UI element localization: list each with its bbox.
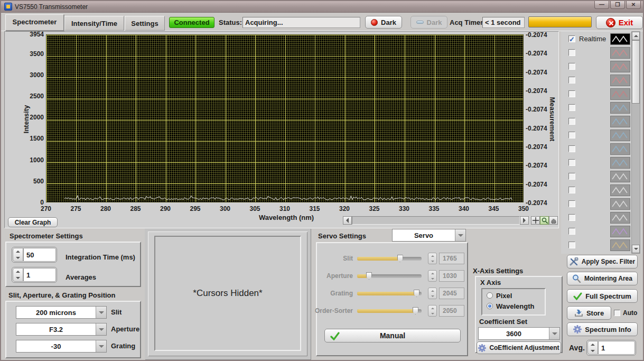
slit-position-dropdown[interactable]: 200 microns	[16, 306, 107, 319]
trace-visible-checkbox[interactable]	[568, 200, 575, 207]
trace-visible-checkbox[interactable]	[568, 187, 575, 193]
order-sorter-slider-label: Order-Sorter	[315, 307, 353, 314]
trace-visible-checkbox[interactable]	[568, 90, 575, 97]
waveform-icon[interactable]	[610, 239, 630, 251]
auto-checkbox[interactable]	[614, 310, 620, 316]
zoom-tool-button[interactable]	[540, 216, 549, 225]
chevron-down-icon[interactable]	[96, 323, 106, 335]
exit-button[interactable]: Exit	[596, 16, 643, 29]
grating-slider[interactable]	[357, 292, 422, 295]
slit-value[interactable]: 1765	[439, 253, 464, 264]
avg-value[interactable]: 1	[598, 341, 635, 355]
legend-scrollbar[interactable]	[631, 31, 640, 254]
scroll-right-button[interactable]	[520, 216, 529, 225]
mointering-area-button[interactable]: Mointering Area	[567, 272, 638, 285]
waveform-icon[interactable]	[610, 157, 630, 169]
trace-visible-checkbox[interactable]	[568, 214, 575, 221]
slit-spin-arrows[interactable]	[428, 253, 437, 264]
waveform-icon[interactable]	[610, 75, 630, 86]
waveform-icon[interactable]	[610, 61, 630, 72]
servo-mode-dropdown[interactable]: Servo	[392, 229, 466, 242]
waveform-icon[interactable]	[610, 226, 630, 237]
cursor-tool-button[interactable]	[531, 216, 540, 225]
waveform-icon[interactable]	[610, 143, 630, 155]
integration-time-spin-arrows[interactable]	[13, 248, 23, 262]
waveform-icon[interactable]	[610, 212, 630, 224]
slit-slider[interactable]	[357, 257, 422, 261]
trace-visible-checkbox[interactable]	[568, 63, 575, 70]
aperture-value[interactable]: 1030	[439, 270, 464, 282]
chevron-down-icon[interactable]	[549, 328, 559, 339]
trace-visible-checkbox[interactable]	[568, 145, 575, 152]
trace-visible-checkbox[interactable]: ✓	[568, 35, 575, 42]
legend-scroll-thumb[interactable]	[632, 40, 640, 104]
legend-scroll-down-button[interactable]	[632, 245, 640, 253]
avg-stepper[interactable]: 1	[586, 340, 636, 356]
waveform-icon[interactable]	[610, 184, 630, 196]
tab-intensity-time[interactable]: Intensity/Time	[64, 16, 124, 31]
wavelength-radio[interactable]	[487, 303, 493, 309]
trace-visible-checkbox[interactable]	[568, 159, 575, 166]
order-sorter-slider[interactable]	[357, 309, 422, 313]
waveform-icon[interactable]	[610, 33, 630, 45]
store-button[interactable]: Store	[567, 306, 611, 320]
chevron-down-icon[interactable]	[96, 340, 106, 352]
chevron-down-icon[interactable]	[96, 307, 106, 318]
clear-graph-button[interactable]: Clear Graph	[8, 217, 58, 227]
grating-value[interactable]: 2045	[439, 288, 464, 299]
spectrum-info-button[interactable]: Spectrum Info	[567, 322, 638, 336]
tab-spectrometer[interactable]: Spectrometer	[5, 14, 64, 31]
coefficient-set-dropdown[interactable]: 3600	[478, 327, 560, 340]
waveform-icon[interactable]	[610, 116, 630, 127]
pan-tool-button[interactable]	[549, 216, 558, 225]
slider-thumb[interactable]	[366, 272, 372, 280]
coefficient-adjustment-button[interactable]: CoEfficient Adjustment	[477, 341, 561, 354]
trace-visible-checkbox[interactable]	[568, 49, 575, 56]
aperture-spin-arrows[interactable]	[428, 270, 437, 282]
integration-time-value[interactable]: 50	[23, 248, 56, 262]
slider-thumb[interactable]	[413, 307, 418, 314]
spectrum-plot[interactable]	[46, 34, 524, 202]
legend-row	[561, 87, 630, 101]
scroll-left-button[interactable]	[343, 216, 352, 225]
aperture-position-dropdown[interactable]: F3.2	[16, 323, 107, 336]
waveform-icon[interactable]	[610, 47, 630, 59]
trace-visible-checkbox[interactable]	[568, 242, 575, 248]
tab-settings[interactable]: Settings	[125, 16, 165, 31]
horizontal-scrollbar[interactable]	[352, 216, 520, 225]
avg-spin-arrows[interactable]	[587, 341, 598, 355]
connected-indicator[interactable]: Connected	[169, 17, 214, 28]
legend-scroll-up-button[interactable]	[632, 32, 640, 40]
apply-spec-filter-button[interactable]: Apply Spec. Filter	[567, 255, 638, 269]
slider-thumb[interactable]	[397, 255, 403, 262]
grating-spin-arrows[interactable]	[428, 288, 437, 299]
pixel-radio[interactable]	[487, 292, 493, 299]
close-button[interactable]: ✕	[626, 1, 641, 9]
waveform-icon[interactable]	[610, 198, 630, 210]
aperture-slider[interactable]	[357, 274, 422, 278]
grating-position-dropdown[interactable]: -30	[16, 340, 107, 353]
waveform-icon[interactable]	[610, 129, 630, 141]
order-sorter-spin-arrows[interactable]	[428, 305, 437, 317]
manual-button[interactable]: Manual	[324, 329, 461, 343]
averages-stepper[interactable]: 1	[12, 267, 57, 283]
waveform-icon[interactable]	[610, 102, 630, 114]
full-spectrum-button[interactable]: Full Spectrum	[567, 289, 638, 303]
trace-visible-checkbox[interactable]	[568, 118, 575, 125]
trace-visible-checkbox[interactable]	[568, 132, 575, 138]
waveform-icon[interactable]	[610, 171, 630, 182]
trace-visible-checkbox[interactable]	[568, 173, 575, 180]
integration-time-stepper[interactable]: 50	[12, 247, 57, 263]
chevron-down-icon[interactable]	[455, 229, 465, 241]
minimize-button[interactable]: —	[594, 1, 609, 9]
maximize-button[interactable]: ❐	[610, 1, 625, 9]
trace-visible-checkbox[interactable]	[568, 77, 575, 84]
averages-spin-arrows[interactable]	[13, 268, 23, 282]
trace-visible-checkbox[interactable]	[568, 228, 575, 235]
slider-thumb[interactable]	[414, 290, 419, 297]
waveform-icon[interactable]	[610, 88, 630, 100]
order-sorter-value[interactable]: 2050	[439, 305, 464, 317]
dark-button[interactable]: Dark	[365, 16, 402, 29]
trace-visible-checkbox[interactable]	[568, 104, 575, 111]
averages-value[interactable]: 1	[23, 268, 56, 282]
